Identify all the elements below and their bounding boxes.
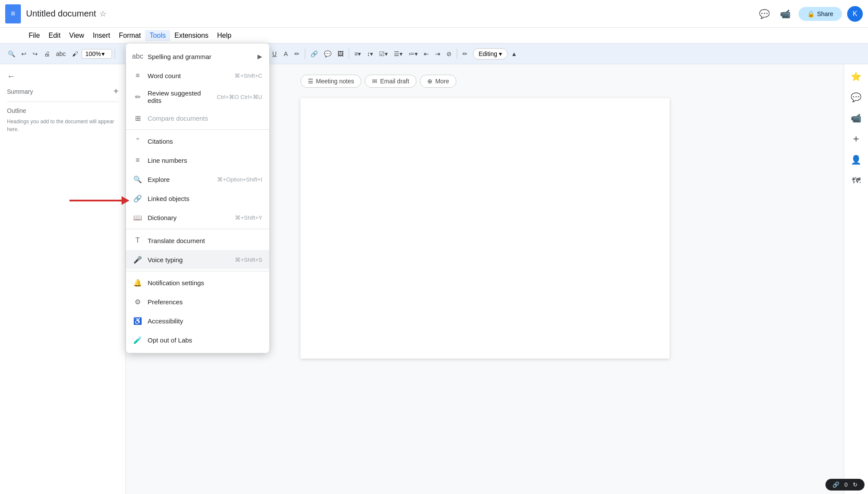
editing-dropdown[interactable]: Editing ▾ [473, 48, 508, 59]
avatar[interactable]: K [847, 6, 863, 22]
share-button[interactable]: 🔒 Share [799, 7, 842, 21]
optout-label: Opt out of Labs [148, 336, 262, 344]
translate-icon: T [133, 236, 142, 245]
document-page[interactable] [300, 98, 670, 359]
sidebar-divider [7, 102, 119, 102]
sidebar: ← Summary + Outline Headings you add to … [0, 64, 126, 494]
menu-insert[interactable]: Insert [89, 30, 115, 41]
menu-item-translate[interactable]: T Translate document [126, 231, 269, 250]
indent-decrease-btn[interactable]: ⇤ [421, 49, 432, 59]
print-btn[interactable]: 🖨 [41, 49, 53, 59]
line-spacing-btn[interactable]: ↕▾ [364, 49, 376, 59]
more-icon: ⊕ [427, 78, 432, 85]
email-draft-icon: ✉ [372, 78, 377, 85]
spelling-arrow: ▶ [257, 53, 262, 60]
numbered-btn[interactable]: ≔▾ [406, 49, 420, 59]
menu-item-compare: ⊞ Compare documents [126, 109, 269, 128]
summary-add-btn[interactable]: + [113, 86, 119, 96]
menu-item-preferences[interactable]: ⚙ Preferences [126, 292, 269, 311]
right-panel-meet[interactable]: 📹 [848, 109, 865, 127]
back-btn[interactable]: ← [7, 71, 119, 81]
dictionary-shortcut: ⌘+Shift+Y [235, 214, 262, 221]
menu-item-wordcount[interactable]: ≡ Word count ⌘+Shift+C [126, 66, 269, 85]
meet-icon[interactable]: 📹 [778, 6, 793, 22]
menu-item-dictionary[interactable]: 📖 Dictionary ⌘+Shift+Y [126, 208, 269, 227]
right-panel-user[interactable]: 👤 [848, 151, 865, 168]
chevron-up-btn[interactable]: ▲ [508, 49, 520, 59]
accessibility-label: Accessibility [148, 317, 262, 325]
undo-btn[interactable]: ↩ [19, 49, 29, 59]
dictionary-icon: 📖 [133, 213, 142, 222]
menu-item-accessibility[interactable]: ♿ Accessibility [126, 311, 269, 330]
menu-group-3: T Translate document 🎤 Voice typing ⌘+Sh… [126, 229, 269, 271]
menu-bar: File Edit View Insert Format Tools Exten… [0, 28, 868, 43]
wordcount-shortcut: ⌘+Shift+C [234, 72, 262, 79]
tools-dropdown-menu: abc Spelling and grammar ▶ ≡ Word count … [126, 43, 269, 353]
chip-meeting-notes[interactable]: ☰ Meeting notes [300, 75, 362, 88]
meeting-notes-icon: ☰ [308, 78, 314, 85]
menu-item-explore[interactable]: 🔍 Explore ⌘+Option+Shift+I [126, 170, 269, 189]
text-color-btn[interactable]: A [281, 49, 291, 59]
share-label: Share [817, 10, 833, 17]
menu-item-linked[interactable]: 🔗 Linked objects [126, 189, 269, 208]
search-toolbar-btn[interactable]: 🔍 [5, 49, 18, 59]
outline-label: Outline [7, 107, 119, 114]
right-panel-maps[interactable]: 🗺 [848, 172, 865, 189]
chip-email-draft[interactable]: ✉ Email draft [365, 75, 416, 88]
spellcheck-btn[interactable]: abc [53, 49, 69, 59]
voicetyping-label: Voice typing [148, 256, 230, 263]
wordcount-icon: ≡ [133, 71, 142, 80]
menu-file[interactable]: File [24, 30, 44, 41]
underline-btn[interactable]: U [269, 49, 280, 59]
checklist-btn[interactable]: ☑▾ [376, 49, 390, 59]
redo-btn[interactable]: ↪ [30, 49, 40, 59]
document-title[interactable]: Untitled document [26, 9, 96, 19]
right-panel-plus[interactable]: + [848, 130, 865, 148]
comment-btn[interactable]: 💬 [321, 49, 334, 59]
comments-icon[interactable]: 💬 [757, 6, 772, 22]
menu-view[interactable]: View [65, 30, 88, 41]
right-panel-gemini[interactable]: ⭐ [848, 68, 865, 85]
spelling-label: Spelling and grammar [148, 53, 252, 60]
title-bar: Untitled document ☆ 💬 📹 🔒 Share K [0, 0, 868, 28]
menu-item-notifications[interactable]: 🔔 Notification settings [126, 273, 269, 292]
star-icon[interactable]: ☆ [99, 9, 106, 19]
menu-item-voicetyping[interactable]: 🎤 Voice typing ⌘+Shift+S [126, 250, 269, 269]
highlight-btn[interactable]: ✏ [292, 49, 302, 59]
align-btn[interactable]: ≡▾ [352, 49, 363, 59]
clear-format-btn[interactable]: ⊘ [444, 49, 454, 59]
menu-extensions[interactable]: Extensions [170, 30, 213, 41]
outline-hint: Headings you add to the document will ap… [7, 118, 119, 133]
bullets-btn[interactable]: ☰▾ [391, 49, 405, 59]
menu-item-optout[interactable]: 🧪 Opt out of Labs [126, 330, 269, 349]
link-btn[interactable]: 🔗 [308, 49, 320, 59]
menu-group-4: 🔔 Notification settings ⚙ Preferences ♿ … [126, 271, 269, 351]
menu-item-citations[interactable]: " Citations [126, 132, 269, 151]
menu-help[interactable]: Help [213, 30, 236, 41]
docs-logo [5, 4, 21, 23]
paint-format-btn[interactable]: 🖌 [69, 49, 81, 59]
right-panel-chat[interactable]: 💬 [848, 89, 865, 106]
indent-increase-btn[interactable]: ⇥ [432, 49, 443, 59]
linked-label: Linked objects [148, 195, 262, 202]
more-label: More [435, 78, 449, 85]
menu-tools[interactable]: Tools [145, 30, 170, 41]
menu-item-linenumbers[interactable]: ≡ Line numbers [126, 151, 269, 170]
citations-label: Citations [148, 138, 262, 145]
menu-item-spelling[interactable]: abc Spelling and grammar ▶ [126, 47, 269, 66]
edit-mode-icon[interactable]: ✏ [460, 49, 470, 59]
explore-icon: 🔍 [133, 175, 142, 184]
citations-icon: " [133, 136, 142, 146]
editing-arrow: ▾ [499, 50, 502, 57]
menu-edit[interactable]: Edit [44, 30, 65, 41]
chip-more[interactable]: ⊕ More [420, 75, 456, 88]
menu-format[interactable]: Format [115, 30, 145, 41]
toolbar-divider-7 [457, 49, 457, 59]
zoom-control[interactable]: 100% ▾ [82, 49, 112, 59]
toolbar-divider-6 [349, 49, 349, 59]
image-btn[interactable]: 🖼 [335, 49, 346, 59]
status-link-icon: 🔗 [832, 481, 839, 488]
compare-icon: ⊞ [133, 113, 142, 123]
menu-item-review[interactable]: ✏ Review suggested edits Ctrl+⌘O Ctrl+⌘U [126, 85, 269, 109]
spelling-icon: abc [133, 52, 142, 61]
